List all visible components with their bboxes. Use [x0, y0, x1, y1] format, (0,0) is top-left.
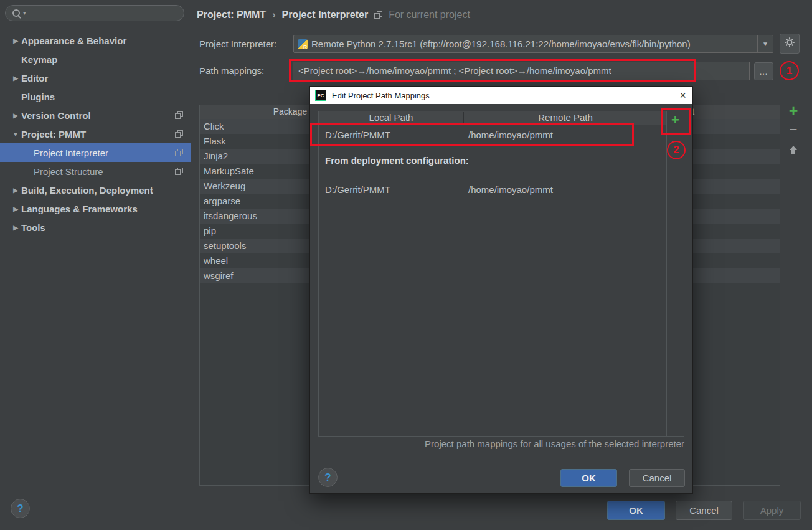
interpreter-select[interactable]: R Remote Python 2.7.15rc1 (sftp://root@1… [293, 35, 773, 53]
sidebar-item-label: Build, Execution, Deployment [21, 185, 153, 196]
ellipsis-icon: … [759, 67, 768, 77]
package-name: Click [204, 121, 224, 131]
sidebar-item-project-interpreter[interactable]: Project Interpreter [0, 143, 191, 162]
sidebar-item-label: Keymap [21, 54, 57, 65]
interpreter-value: Remote Python 2.7.15rc1 (sftp://root@192… [309, 39, 757, 49]
path-mappings-table: Local Path Remote Path D:/Gerrit/PMMT /h… [318, 111, 684, 437]
sidebar-item-plugins[interactable]: Plugins [0, 87, 191, 106]
remote-path-value: /home/imoyao/pmmt [468, 180, 553, 200]
sidebar-item-project-structure[interactable]: Project Structure [0, 162, 191, 181]
chevron-right-icon[interactable]: ▶ [10, 187, 21, 194]
scope-note: For current project [389, 9, 470, 21]
pages-icon [175, 149, 183, 157]
deployment-section-label: From deployment configuration: [325, 155, 469, 166]
chevron-right-icon[interactable]: ▶ [10, 224, 21, 231]
add-package-icon[interactable]: + [789, 104, 798, 118]
sidebar-item-label: Project Structure [34, 166, 103, 177]
package-name: Werkzeug [204, 181, 245, 191]
sidebar-item-label: Plugins [21, 92, 55, 102]
interpreter-label: Project Interpreter: [199, 39, 276, 49]
breadcrumb: Project: PMMT › Project Interpreter For … [197, 7, 470, 23]
sidebar-item-editor[interactable]: ▶Editor [0, 69, 191, 87]
mappings-toolbar: + − [666, 111, 684, 436]
annotation-step-1: 1 [780, 61, 799, 80]
breadcrumb-project[interactable]: Project: PMMT [197, 9, 266, 21]
mappings-table-header: Local Path Remote Path [319, 111, 667, 125]
gear-icon [784, 37, 795, 50]
sidebar-item-label: Appearance & Behavior [21, 35, 126, 46]
sidebar-item-version-control[interactable]: ▶Version Control [0, 106, 191, 125]
breadcrumb-separator-icon: › [272, 9, 275, 21]
dialog-cancel-button[interactable]: Cancel [629, 469, 685, 487]
mapping-row[interactable]: D:/Gerrit/PMMT /home/imoyao/pmmt [319, 125, 667, 145]
column-remote-path[interactable]: Remote Path [463, 112, 667, 123]
deployment-mapping-row: D:/Gerrit/PMMT /home/imoyao/pmmt [319, 180, 667, 200]
close-icon[interactable]: × [679, 90, 686, 101]
package-name: itsdangerous [204, 211, 257, 221]
add-mapping-icon[interactable]: + [671, 113, 679, 127]
chevron-right-icon[interactable]: ▶ [10, 206, 21, 212]
column-local-path[interactable]: Local Path [319, 112, 463, 123]
dialog-title: Edit Project Path Mappings [332, 91, 430, 100]
apply-button: Apply [743, 501, 801, 520]
sidebar-item-project-pmmt[interactable]: ▼Project: PMMT [0, 125, 191, 143]
package-name: wsgiref [204, 270, 234, 281]
chevron-right-icon[interactable]: ▶ [10, 37, 21, 44]
dialog-help-button[interactable]: ? [318, 468, 338, 487]
interpreter-settings-button[interactable] [780, 34, 800, 54]
remote-python-icon: R [298, 39, 308, 49]
sidebar-item-label: Tools [21, 222, 45, 233]
package-name: Jinja2 [204, 151, 228, 161]
dialog-ok-button[interactable]: OK [560, 469, 617, 487]
pycharm-settings-window: ▾ ▶Appearance & BehaviorKeymap▶EditorPlu… [0, 0, 812, 530]
sidebar-item-label: Version Control [21, 110, 91, 121]
packages-toolbar: + − [783, 104, 803, 158]
cancel-button[interactable]: Cancel [676, 501, 732, 520]
local-path-value[interactable]: D:/Gerrit/PMMT [325, 125, 390, 145]
pages-icon [374, 11, 382, 19]
package-name: argparse [204, 196, 240, 206]
search-caret-icon[interactable]: ▾ [23, 10, 26, 16]
package-name: Flask [204, 136, 226, 146]
question-icon: ? [324, 471, 331, 484]
edit-path-mappings-dialog: PC Edit Project Path Mappings × Local Pa… [309, 86, 693, 494]
local-path-value: D:/Gerrit/PMMT [325, 180, 390, 200]
package-name: wheel [204, 255, 228, 266]
chevron-right-icon[interactable]: ▶ [10, 75, 21, 82]
path-mappings-label: Path mappings: [199, 65, 264, 76]
settings-sidebar: ▾ ▶Appearance & BehaviorKeymap▶EditorPlu… [0, 0, 191, 490]
sidebar-item-build-execution-deployment[interactable]: ▶Build, Execution, Deployment [0, 181, 191, 199]
sidebar-item-tools[interactable]: ▶Tools [0, 218, 191, 237]
sidebar-item-label: Languages & Frameworks [21, 204, 138, 214]
pages-icon [175, 130, 183, 138]
dialog-titlebar[interactable]: PC Edit Project Path Mappings × [310, 87, 692, 104]
chevron-right-icon[interactable]: ▶ [10, 112, 21, 119]
package-name: pip [204, 225, 216, 236]
sidebar-item-label: Project: PMMT [21, 129, 86, 140]
package-name: setuptools [204, 240, 246, 251]
pages-icon [175, 111, 183, 120]
package-name: MarkupSafe [204, 166, 254, 176]
pages-icon [175, 168, 183, 176]
pycharm-app-icon: PC [315, 90, 326, 101]
remove-mapping-icon[interactable]: − [671, 136, 679, 147]
remote-path-value[interactable]: /home/imoyao/pmmt [468, 125, 553, 145]
sidebar-item-label: Editor [21, 73, 48, 83]
help-button[interactable]: ? [11, 499, 30, 518]
sidebar-item-keymap[interactable]: Keymap [0, 50, 191, 69]
search-icon [12, 8, 22, 18]
path-mappings-field[interactable]: <Project root>→/home/imoyao/pmmt ; <Proj… [293, 62, 750, 80]
settings-search-input[interactable]: ▾ [5, 5, 184, 21]
path-mappings-browse-button[interactable]: … [754, 62, 773, 80]
chevron-down-icon[interactable]: ▼ [10, 131, 21, 138]
ok-button[interactable]: OK [607, 501, 665, 520]
upgrade-package-icon[interactable] [789, 145, 798, 158]
sidebar-item-label: Project Interpreter [34, 148, 108, 158]
remove-package-icon[interactable]: − [790, 124, 798, 135]
sidebar-item-appearance-behavior[interactable]: ▶Appearance & Behavior [0, 31, 191, 50]
breadcrumb-page: Project Interpreter [281, 9, 368, 21]
question-icon: ? [17, 503, 23, 515]
dialog-hint: Project path mappings for all usages of … [318, 438, 684, 449]
sidebar-item-languages-frameworks[interactable]: ▶Languages & Frameworks [0, 199, 191, 218]
chevron-down-icon[interactable]: ▼ [757, 35, 773, 52]
